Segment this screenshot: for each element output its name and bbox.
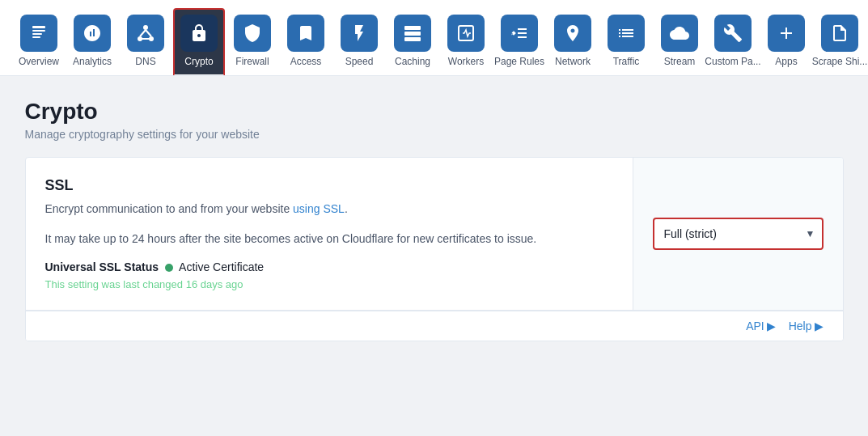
ssl-card: SSL Encrypt communication to and from yo… bbox=[25, 157, 844, 341]
nav-icon-traffic bbox=[608, 15, 645, 52]
api-link-label: API bbox=[746, 320, 764, 332]
ssl-status-text: Active Certificate bbox=[179, 260, 264, 273]
card-footer: API ▶ Help ▶ bbox=[26, 311, 843, 341]
nav-label-custom: Custom Pa... bbox=[705, 56, 760, 67]
api-arrow-icon: ▶ bbox=[767, 320, 776, 332]
ssl-card-body: SSL Encrypt communication to and from yo… bbox=[26, 158, 633, 310]
nav-item-pagerules[interactable]: Page Rules bbox=[493, 8, 545, 75]
ssl-status-dot bbox=[165, 264, 173, 272]
nav-label-overview: Overview bbox=[19, 56, 59, 67]
ssl-notice: It may take up to 24 hours after the sit… bbox=[45, 231, 613, 248]
svg-rect-3 bbox=[32, 36, 40, 38]
nav-icon-stream bbox=[661, 15, 698, 52]
nav-label-apps: Apps bbox=[775, 56, 797, 67]
nav-item-apps[interactable]: Apps bbox=[760, 8, 812, 75]
nav-icon-access bbox=[287, 15, 324, 52]
nav-icon-custom bbox=[714, 15, 752, 52]
ssl-select-wrapper: Off Flexible Full Full (strict) ▼ bbox=[653, 218, 824, 250]
nav-label-speed: Speed bbox=[345, 56, 374, 67]
svg-rect-12 bbox=[404, 37, 421, 41]
ssl-title: SSL bbox=[45, 177, 613, 194]
nav-item-workers[interactable]: Workers bbox=[440, 8, 492, 75]
ssl-status-line: Universal SSL Status Active Certificate bbox=[45, 260, 613, 273]
nav-item-scrape[interactable]: Scrape Shi... bbox=[814, 8, 866, 75]
nav-icon-apps bbox=[768, 15, 805, 52]
help-arrow-icon: ▶ bbox=[815, 320, 824, 332]
svg-rect-11 bbox=[404, 32, 421, 36]
help-link[interactable]: Help ▶ bbox=[789, 320, 824, 332]
nav-item-stream[interactable]: Stream bbox=[654, 8, 705, 75]
svg-line-7 bbox=[140, 30, 146, 36]
nav-icon-firewall bbox=[234, 15, 271, 52]
nav-item-caching[interactable]: Caching bbox=[387, 8, 438, 75]
ssl-desc-part1: Encrypt communication to and from your w… bbox=[45, 202, 294, 215]
api-link[interactable]: API ▶ bbox=[746, 320, 776, 332]
nav-icon-crypto bbox=[180, 15, 218, 52]
nav-label-pagerules: Page Rules bbox=[494, 56, 544, 67]
nav-item-custom[interactable]: Custom Pa... bbox=[707, 8, 759, 75]
svg-rect-10 bbox=[404, 26, 421, 30]
nav-icon-network bbox=[554, 15, 591, 52]
nav-icon-analytics bbox=[74, 15, 111, 52]
svg-rect-13 bbox=[459, 26, 473, 40]
nav-icon-speed bbox=[341, 15, 378, 52]
nav-label-firewall: Firewall bbox=[235, 56, 269, 67]
nav-item-analytics[interactable]: Analytics bbox=[66, 8, 118, 75]
nav-icon-dns bbox=[127, 15, 164, 52]
nav-label-analytics: Analytics bbox=[73, 56, 112, 67]
page-title: Crypto bbox=[25, 99, 844, 125]
nav-item-network[interactable]: Network bbox=[547, 8, 599, 75]
nav-icon-overview bbox=[20, 15, 57, 52]
ssl-desc-part2: . bbox=[345, 202, 348, 215]
nav-item-firewall[interactable]: Firewall bbox=[227, 8, 278, 75]
ssl-section: SSL Encrypt communication to and from yo… bbox=[26, 158, 843, 311]
nav-item-traffic[interactable]: Traffic bbox=[600, 8, 652, 75]
ssl-link[interactable]: using SSL bbox=[293, 202, 345, 215]
nav-label-workers: Workers bbox=[448, 56, 484, 67]
ssl-card-action: Off Flexible Full Full (strict) ▼ bbox=[633, 158, 843, 310]
nav-icon-workers bbox=[447, 15, 485, 52]
nav-label-stream: Stream bbox=[664, 56, 696, 67]
nav-label-crypto: Crypto bbox=[184, 56, 213, 67]
svg-rect-2 bbox=[32, 33, 42, 35]
svg-point-4 bbox=[143, 25, 148, 30]
nav-item-speed[interactable]: Speed bbox=[333, 8, 385, 75]
nav-label-traffic: Traffic bbox=[613, 56, 640, 67]
svg-rect-0 bbox=[32, 26, 45, 28]
ssl-description: Encrypt communication to and from your w… bbox=[45, 201, 613, 218]
nav-label-network: Network bbox=[555, 56, 591, 67]
nav-item-crypto[interactable]: Crypto bbox=[173, 8, 225, 76]
ssl-changed-text: This setting was last changed 16 days ag… bbox=[45, 278, 613, 290]
nav-icon-pagerules bbox=[501, 15, 538, 52]
nav-item-access[interactable]: Access bbox=[280, 8, 332, 75]
nav-icon-caching bbox=[394, 15, 431, 52]
ssl-mode-select[interactable]: Off Flexible Full Full (strict) bbox=[653, 218, 824, 250]
page-subtitle: Manage cryptography settings for your we… bbox=[25, 128, 844, 141]
help-link-label: Help bbox=[789, 320, 812, 332]
nav-label-scrape: Scrape Shi... bbox=[812, 56, 868, 67]
top-nav: Overview Analytics DNS Crypto Firewall A… bbox=[0, 0, 868, 76]
main-content: Crypto Manage cryptography settings for … bbox=[6, 76, 863, 341]
nav-icon-scrape bbox=[821, 15, 858, 52]
nav-label-dns: DNS bbox=[135, 56, 155, 67]
ssl-status-label: Universal SSL Status bbox=[45, 260, 159, 273]
nav-item-overview[interactable]: Overview bbox=[13, 8, 65, 75]
svg-line-8 bbox=[146, 30, 151, 36]
svg-rect-1 bbox=[32, 30, 45, 32]
nav-label-access: Access bbox=[290, 56, 322, 67]
nav-label-caching: Caching bbox=[395, 56, 430, 67]
nav-item-dns[interactable]: DNS bbox=[120, 8, 171, 75]
